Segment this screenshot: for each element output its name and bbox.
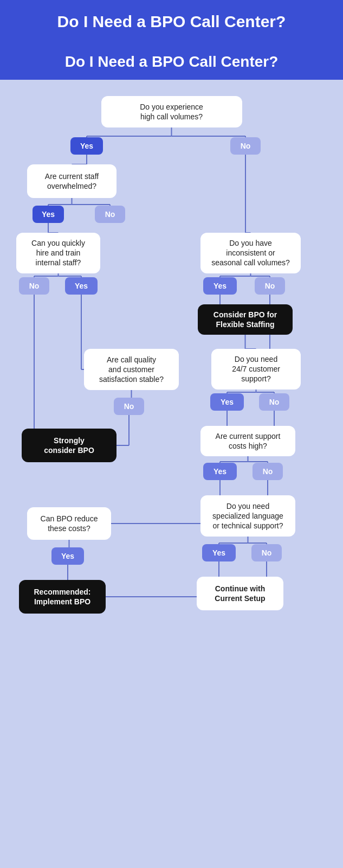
header: Do I Need a BPO Call Center? [0, 0, 343, 41]
q2-box: Are current staff overwhelmed? [27, 164, 117, 198]
yes6l-btn[interactable]: Yes [51, 547, 84, 565]
q6l-box: Can BPO reduce these costs? [27, 507, 111, 540]
q5-box: Are current support costs high? [200, 426, 295, 456]
no1-btn[interactable]: No [230, 137, 261, 155]
yes3r-btn[interactable]: Yes [203, 277, 237, 295]
yes1-btn[interactable]: Yes [70, 137, 103, 155]
implbpo-box: Recommended: Implement BPO [19, 580, 106, 614]
page-title: Do I Need a BPO Call Center? [16, 12, 327, 31]
scb-box: Strongly consider BPO [22, 429, 117, 462]
header: Do I Need a BPO Call Center? [0, 41, 343, 80]
yes6r-btn[interactable]: Yes [202, 544, 236, 561]
yes3l-btn[interactable]: Yes [65, 277, 98, 295]
no3r-btn[interactable]: No [255, 277, 285, 295]
q3l-box: Can you quickly hire and train internal … [16, 233, 100, 273]
q4l-box: Are call quality and customer satisfacti… [84, 349, 179, 390]
no4l-btn[interactable]: No [114, 398, 144, 415]
yes2-btn[interactable]: Yes [33, 206, 64, 223]
q1-box: Do you experience high call volumes? [101, 96, 242, 127]
no6r-btn[interactable]: No [251, 544, 282, 561]
q6r-box: Do you need specialized language or tech… [200, 495, 295, 537]
no3l-btn[interactable]: No [19, 277, 49, 295]
q4r-box: Do you need 24/7 customer support? [211, 349, 301, 390]
no2-btn[interactable]: No [95, 206, 125, 223]
no5-btn[interactable]: No [253, 463, 283, 480]
page-title: Do I Need a BPO Call Center? [16, 52, 327, 71]
bfo-box: Consider BPO for Flexible Staffing [198, 304, 293, 335]
no4r-btn[interactable]: No [259, 393, 289, 411]
contsetup-box: Continue with Current Setup [197, 577, 283, 610]
yes4r-btn[interactable]: Yes [210, 393, 244, 411]
q3r-box: Do you have inconsistent or seasonal cal… [200, 233, 301, 273]
yes5-btn[interactable]: Yes [203, 463, 237, 480]
